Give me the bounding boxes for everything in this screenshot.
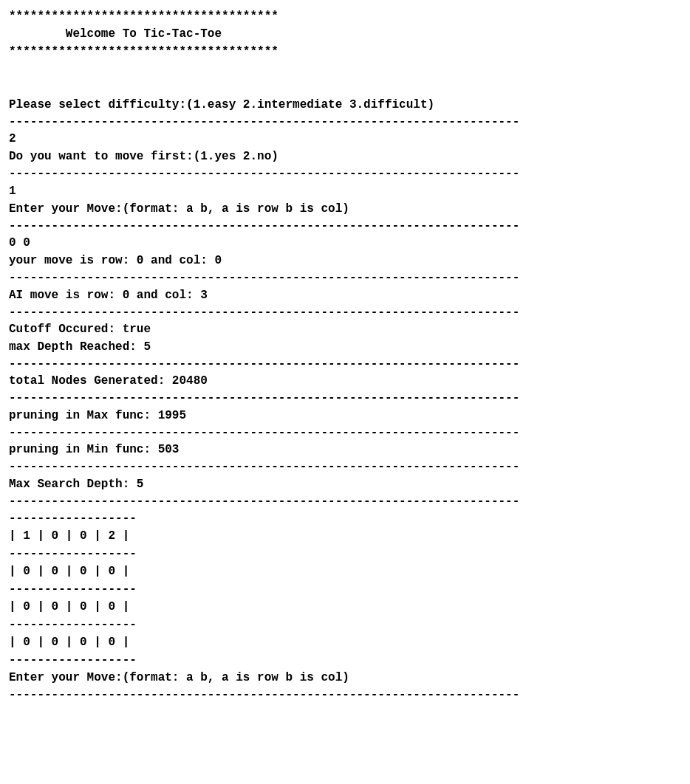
board-sep-4: ------------------ bbox=[9, 651, 681, 669]
prompt-difficulty: Please select difficulty:(1.easy 2.inter… bbox=[9, 96, 681, 114]
blank-2 bbox=[9, 78, 681, 96]
separator-4: ----------------------------------------… bbox=[9, 269, 681, 286]
separator-9: ----------------------------------------… bbox=[9, 458, 681, 475]
your-move: your move is row: 0 and col: 0 bbox=[9, 252, 681, 269]
max-depth-reached: max Depth Reached: 5 bbox=[9, 338, 681, 356]
board-sep-3: ------------------ bbox=[9, 616, 681, 633]
board-row-1: | 1 | 0 | 0 | 2 | bbox=[9, 527, 681, 545]
separator-1: ----------------------------------------… bbox=[9, 114, 681, 130]
input-difficulty: 2 bbox=[9, 130, 681, 148]
separator-5: ----------------------------------------… bbox=[9, 304, 681, 320]
terminal-output: ************************************** W… bbox=[9, 7, 681, 703]
board-row-4: | 0 | 0 | 0 | 0 | bbox=[9, 633, 681, 651]
separator-2: ----------------------------------------… bbox=[9, 165, 681, 182]
prompt-move-2: Enter your Move:(format: a b, a is row b… bbox=[9, 669, 681, 687]
board-row-3: | 0 | 0 | 0 | 0 | bbox=[9, 598, 681, 616]
board-sep-2: ------------------ bbox=[9, 580, 681, 598]
max-search-depth: Max Search Depth: 5 bbox=[9, 475, 681, 493]
separator-7: ----------------------------------------… bbox=[9, 390, 681, 406]
header-stars-2: ************************************** bbox=[9, 43, 681, 61]
input-move: 0 0 bbox=[9, 234, 681, 252]
board-sep-1: ------------------ bbox=[9, 545, 681, 563]
board-row-2: | 0 | 0 | 0 | 0 | bbox=[9, 563, 681, 580]
input-first: 1 bbox=[9, 182, 681, 200]
separator-11: ----------------------------------------… bbox=[9, 687, 681, 703]
cutoff-occured: Cutoff Occured: true bbox=[9, 320, 681, 338]
ai-move: AI move is row: 0 and col: 3 bbox=[9, 286, 681, 304]
separator-3: ----------------------------------------… bbox=[9, 218, 681, 234]
board-sep-top: ------------------ bbox=[9, 509, 681, 527]
pruning-max: pruning in Max func: 1995 bbox=[9, 407, 681, 424]
separator-6: ----------------------------------------… bbox=[9, 356, 681, 372]
prompt-first: Do you want to move first:(1.yes 2.no) bbox=[9, 148, 681, 165]
header-title: Welcome To Tic-Tac-Toe bbox=[9, 25, 681, 43]
prompt-move: Enter your Move:(format: a b, a is row b… bbox=[9, 200, 681, 218]
total-nodes: total Nodes Generated: 20480 bbox=[9, 372, 681, 390]
pruning-min: pruning in Min func: 503 bbox=[9, 441, 681, 458]
separator-8: ----------------------------------------… bbox=[9, 424, 681, 441]
blank-1 bbox=[9, 61, 681, 78]
header-stars-1: ************************************** bbox=[9, 7, 681, 25]
separator-10: ----------------------------------------… bbox=[9, 493, 681, 509]
